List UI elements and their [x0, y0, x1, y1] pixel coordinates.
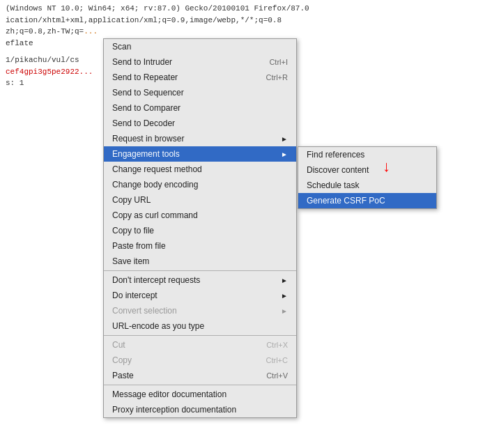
menu-item-scan[interactable]: Scan: [104, 39, 296, 54]
submenu-item-generate-csrf[interactable]: Generate CSRF PoC: [298, 193, 436, 208]
arrow-right-icon-convert: ►: [281, 307, 288, 315]
engagement-submenu: Find references Discover content Schedul…: [298, 146, 437, 209]
context-menu: Scan Send to Intruder Ctrl+I Send to Rep…: [103, 38, 297, 418]
menu-item-send-to-sequencer[interactable]: Send to Sequencer: [104, 85, 296, 100]
submenu-item-find-references[interactable]: Find references: [298, 147, 436, 162]
separator-1: [104, 270, 296, 271]
menu-item-paste-from-file[interactable]: Paste from file: [104, 238, 296, 254]
menu-item-send-to-repeater[interactable]: Send to Repeater Ctrl+R: [104, 70, 296, 85]
arrow-right-icon-do-intercept: ►: [281, 292, 288, 300]
menu-item-convert-selection[interactable]: Convert selection ►: [104, 303, 296, 318]
menu-item-engagement-tools[interactable]: Engagement tools ►: [104, 146, 296, 162]
menu-item-proxy-intercept-doc[interactable]: Proxy interception documentation: [104, 402, 296, 417]
menu-item-cut[interactable]: Cut Ctrl+X: [104, 337, 296, 353]
arrow-right-icon-dont-intercept: ►: [281, 277, 288, 284]
menu-item-url-encode[interactable]: URL-encode as you type: [104, 318, 296, 334]
menu-item-save-item[interactable]: Save item: [104, 254, 296, 269]
menu-item-copy[interactable]: Copy Ctrl+C: [104, 353, 296, 368]
arrow-right-icon: ►: [281, 135, 288, 143]
separator-2: [104, 335, 296, 336]
submenu-item-schedule-task[interactable]: Schedule task: [298, 178, 436, 193]
menu-item-msg-editor-doc[interactable]: Message editor documentation: [104, 387, 296, 402]
menu-item-copy-to-file[interactable]: Copy to file: [104, 223, 296, 238]
menu-item-send-to-decoder[interactable]: Send to Decoder: [104, 116, 296, 131]
menu-item-request-in-browser[interactable]: Request in browser ►: [104, 131, 296, 146]
menu-item-send-to-comparer[interactable]: Send to Comparer: [104, 100, 296, 116]
menu-item-paste[interactable]: Paste Ctrl+V: [104, 368, 296, 383]
separator-3: [104, 385, 296, 385]
engagement-tools-container: Engagement tools ► Find references Disco…: [104, 146, 296, 162]
menu-item-change-request-method[interactable]: Change request method: [104, 162, 296, 177]
menu-item-do-intercept[interactable]: Do intercept ►: [104, 288, 296, 303]
menu-item-copy-as-curl[interactable]: Copy as curl command: [104, 208, 296, 223]
menu-item-dont-intercept[interactable]: Don't intercept requests ►: [104, 272, 296, 288]
menu-item-send-to-intruder[interactable]: Send to Intruder Ctrl+I: [104, 54, 296, 70]
menu-item-copy-url[interactable]: Copy URL: [104, 192, 296, 208]
submenu-item-discover-content[interactable]: Discover content: [298, 162, 436, 178]
arrow-right-icon-engagement: ►: [281, 150, 288, 158]
menu-item-change-body-encoding[interactable]: Change body encoding: [104, 177, 296, 192]
